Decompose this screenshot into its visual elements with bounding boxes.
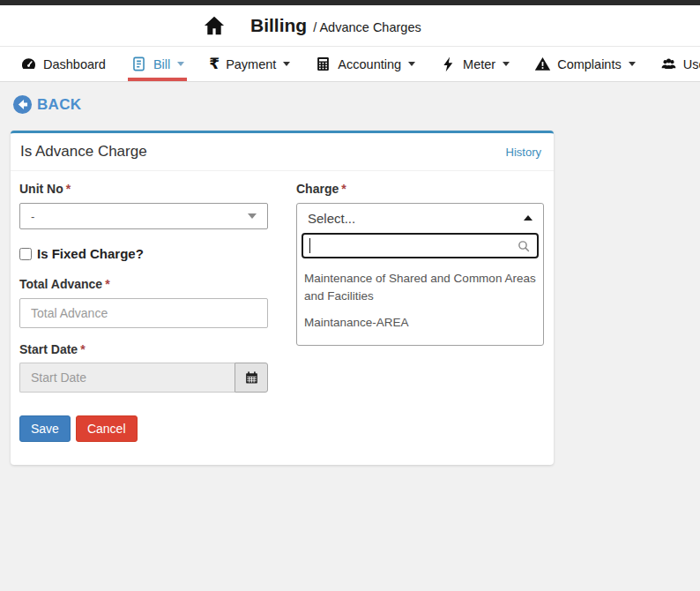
form-actions: Save Cancel <box>19 415 268 442</box>
unit-no-selected-value: - <box>31 210 34 223</box>
cancel-button[interactable]: Cancel <box>76 415 138 442</box>
main-nav: Dashboard Bill ₹ Payment Accounting Mete… <box>0 47 700 82</box>
nav-item-bill[interactable]: Bill <box>128 47 187 81</box>
chevron-down-icon <box>248 213 257 219</box>
unit-no-label: Unit No* <box>19 182 268 197</box>
nav-label: Bill <box>153 57 170 71</box>
total-advance-input[interactable] <box>19 298 268 328</box>
start-date-label-text: Start Date <box>19 342 78 356</box>
nav-item-payment[interactable]: ₹ Payment <box>206 47 293 81</box>
charge-label: Charge* <box>296 182 544 197</box>
start-date-input-group <box>19 363 268 393</box>
total-advance-group: Total Advance* <box>19 277 268 328</box>
charge-selected-value: Select... <box>308 211 355 226</box>
is-fixed-charge-checkbox[interactable] <box>19 248 32 260</box>
bill-document-icon <box>130 56 147 72</box>
back-arrow-icon <box>12 94 33 115</box>
unit-no-label-text: Unit No <box>19 182 63 196</box>
rupee-icon: ₹ <box>209 56 220 72</box>
is-fixed-charge-group: Is Fixed Charge? <box>19 246 268 261</box>
card-body: Unit No* - Is Fixed Charge? Total Advanc… <box>11 171 554 465</box>
charge-option-maintenance-shared[interactable]: Maintenance of Shared and Common Areas a… <box>297 266 543 310</box>
charge-group: Charge* Select... Maintenance of <box>296 182 544 346</box>
bolt-icon <box>440 56 457 72</box>
calendar-button[interactable] <box>235 363 268 393</box>
back-button[interactable]: BACK <box>0 82 700 115</box>
nav-label: Meter <box>463 57 495 71</box>
nav-item-complaints[interactable]: Complaints <box>532 47 638 81</box>
nav-label: Complaints <box>557 57 622 71</box>
charge-select[interactable]: Select... <box>297 204 543 232</box>
gauge-icon <box>20 56 37 72</box>
nav-label: User <box>683 57 700 71</box>
required-asterisk: * <box>80 342 85 356</box>
page-title: Billing <box>250 15 307 36</box>
search-icon <box>517 239 531 253</box>
unit-no-group: Unit No* - <box>19 182 268 229</box>
nav-item-user[interactable]: User <box>658 47 700 81</box>
breadcrumb-path: / Advance Charges <box>313 20 421 34</box>
chevron-down-icon <box>283 62 290 66</box>
required-asterisk: * <box>105 277 109 291</box>
history-link[interactable]: History <box>506 146 541 159</box>
is-fixed-charge-label: Is Fixed Charge? <box>37 246 144 261</box>
charge-search-box <box>302 233 539 258</box>
breadcrumb: Billing / Advance Charges <box>250 15 421 36</box>
required-asterisk: * <box>341 182 346 196</box>
page-header: Billing / Advance Charges <box>0 5 700 47</box>
chevron-up-icon <box>524 215 532 221</box>
charge-select-widget: Select... Maintenance of Shared and Comm… <box>296 203 544 346</box>
card-title: Is Advance Charge <box>20 143 147 161</box>
nav-label: Accounting <box>338 57 401 71</box>
charge-option-maintanance-area[interactable]: Maintanance-AREA <box>297 310 543 336</box>
form-right-column: Charge* Select... Maintenance of <box>296 182 544 442</box>
home-icon[interactable] <box>203 14 226 37</box>
charge-search-input[interactable] <box>310 235 517 257</box>
total-advance-label: Total Advance* <box>19 277 268 292</box>
nav-item-meter[interactable]: Meter <box>437 47 512 81</box>
card-header: Is Advance Charge History <box>11 133 554 171</box>
users-icon <box>660 56 677 72</box>
total-advance-label-text: Total Advance <box>19 277 102 291</box>
start-date-input[interactable] <box>19 363 235 393</box>
chevron-down-icon <box>503 62 510 66</box>
chevron-down-icon <box>408 62 415 66</box>
calculator-icon <box>315 56 331 72</box>
advance-charge-card: Is Advance Charge History Unit No* - Is … <box>11 131 554 465</box>
save-button[interactable]: Save <box>19 415 71 442</box>
nav-label: Payment <box>226 57 276 71</box>
required-asterisk: * <box>66 182 71 196</box>
nav-label: Dashboard <box>43 57 106 71</box>
nav-item-dashboard[interactable]: Dashboard <box>18 47 108 81</box>
warning-triangle-icon <box>534 56 551 72</box>
start-date-group: Start Date* <box>19 342 268 393</box>
chevron-down-icon <box>629 62 636 66</box>
chevron-down-icon <box>177 62 184 66</box>
charge-options-list: Maintenance of Shared and Common Areas a… <box>297 262 543 345</box>
unit-no-select[interactable]: - <box>19 203 268 229</box>
nav-item-accounting[interactable]: Accounting <box>312 47 418 81</box>
start-date-label: Start Date* <box>19 342 268 357</box>
form-left-column: Unit No* - Is Fixed Charge? Total Advanc… <box>19 182 268 442</box>
charge-label-text: Charge <box>296 182 339 196</box>
calendar-icon <box>244 370 259 385</box>
back-label: BACK <box>37 96 81 114</box>
